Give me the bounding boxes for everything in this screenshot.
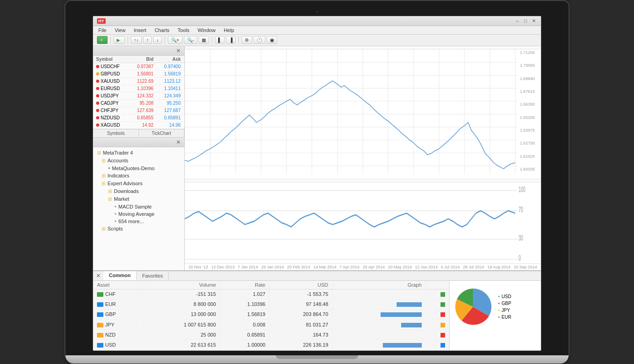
- nav-item-label: Indicators: [107, 173, 129, 178]
- chart-area: 1.71255 1.70065 1.68840 1.67615 1.66390 …: [185, 46, 541, 270]
- market-watch-close[interactable]: ✕: [176, 48, 181, 54]
- svg-text:1.70065: 1.70065: [520, 63, 535, 68]
- bid-cell: 95.208: [129, 99, 156, 107]
- maximize-button[interactable]: □: [522, 18, 529, 24]
- flag-icon: [97, 333, 103, 337]
- rate-cell: 1.10396: [220, 299, 269, 309]
- rate-cell: 1.027: [220, 289, 269, 299]
- nav-item-654-more...[interactable]: ●654 more...: [93, 218, 184, 225]
- nav-item-accounts[interactable]: ⊞Accounts: [93, 157, 184, 165]
- table-row: JPY 1 007 615 800 0.008 81 031.27: [93, 319, 449, 329]
- bottom-panel-close[interactable]: ✕: [93, 271, 103, 280]
- legend-gbp-label: GBP: [502, 301, 511, 306]
- toolbar-btn-settings[interactable]: ⚙: [242, 36, 252, 44]
- menu-file[interactable]: File: [97, 27, 108, 33]
- graph-bar: [381, 312, 422, 317]
- menu-insert[interactable]: Insert: [132, 27, 148, 33]
- menu-charts[interactable]: Charts: [153, 27, 171, 33]
- nav-item-metaquotes-demo[interactable]: ●MetaQuotes-Demo: [93, 165, 184, 172]
- long-positions-panel: • USD • GBP • JPY: [449, 281, 541, 350]
- menu-tools[interactable]: Tools: [176, 27, 191, 33]
- new-order-button[interactable]: +: [97, 36, 107, 44]
- nav-item-scripts[interactable]: ⊞Scripts: [93, 225, 184, 233]
- bid-cell: 127.639: [129, 107, 156, 114]
- col-ask: Ask: [156, 56, 184, 63]
- price-chart-svg: 1.71255 1.70065 1.68840 1.67615 1.66390 …: [185, 49, 541, 179]
- symbol-cell: NZDUSD: [93, 114, 129, 121]
- nav-item-expert-advisors[interactable]: ⊞Expert Advisors: [93, 180, 184, 187]
- nav-item-macd-sample[interactable]: ●MACD Sample: [93, 203, 184, 210]
- laptop-screen: HY – □ ✕ File View Insert Charts Tools: [93, 16, 541, 351]
- ask-cell: 0.65891: [156, 114, 184, 121]
- folder-icon: ⊞: [97, 150, 101, 156]
- navigator-close[interactable]: ✕: [176, 139, 181, 145]
- market-row-XAUUSD[interactable]: XAUUSD 1122.69 1123.12: [93, 77, 184, 85]
- bid-cell: 1.56801: [129, 70, 156, 77]
- nav-item-label: MetaQuotes-Demo: [112, 166, 155, 171]
- nav-item-moving-average[interactable]: ●Moving Average: [93, 210, 184, 218]
- usd-cell: 97 148.48: [269, 299, 332, 309]
- menu-view[interactable]: View: [113, 27, 127, 33]
- nav-item-label: Market: [114, 196, 129, 202]
- folder-icon: ⊞: [102, 226, 106, 232]
- zoom-out-button[interactable]: 🔍-: [184, 36, 197, 44]
- nav-item-market[interactable]: ⊞Market: [93, 195, 184, 203]
- menu-help[interactable]: Help: [222, 27, 236, 33]
- auto-trading-button[interactable]: ▶: [113, 36, 125, 44]
- toolbar-btn-1[interactable]: ↑↓: [131, 36, 142, 44]
- table-header-row: Asset Volume Rate USD Graph: [93, 281, 449, 289]
- svg-text:1.62750: 1.62750: [520, 141, 535, 145]
- zoom-in-button[interactable]: 🔍+: [168, 36, 183, 44]
- toolbar-btn-3[interactable]: ↓: [153, 36, 162, 44]
- market-tab-tick[interactable]: TickChart: [139, 129, 185, 137]
- toolbar-btn-candle[interactable]: ▐: [226, 36, 236, 44]
- ask-cell: 14.96: [156, 121, 184, 128]
- market-row-CADJPY[interactable]: CADJPY 95.208 95.250: [93, 99, 184, 107]
- col-symbol: Symbol: [93, 56, 129, 63]
- symbol-dot: [96, 80, 99, 83]
- market-row-USDJPY[interactable]: USDJPY 124.332 124.349: [93, 92, 184, 99]
- tab-common[interactable]: Common: [103, 271, 137, 280]
- svg-text:1.63975: 1.63975: [520, 128, 535, 133]
- chart-type-button[interactable]: ▦: [199, 36, 209, 44]
- nav-item-metatrader-4[interactable]: ⊞MetaTrader 4: [93, 149, 184, 157]
- main-window: HY – □ ✕ File View Insert Charts Tools: [93, 16, 541, 351]
- market-row-USDCHF[interactable]: USDCHF 0.97387 0.97400: [93, 63, 184, 70]
- svg-text:100: 100: [519, 185, 526, 193]
- market-watch-tabs: Symbols TickChart: [93, 129, 184, 137]
- market-row-XAGUSD[interactable]: XAGUSD 14.92 14.96: [93, 121, 184, 128]
- toolbar-btn-display[interactable]: ▣: [267, 36, 277, 44]
- main-price-chart[interactable]: 1.71255 1.70065 1.68840 1.67615 1.66390 …: [185, 49, 541, 179]
- status-indicator: [441, 292, 445, 297]
- minimize-button[interactable]: –: [514, 18, 521, 24]
- market-tab-symbols[interactable]: Symbols: [93, 129, 139, 137]
- market-watch-header: ✕: [93, 46, 184, 56]
- rsi-chart[interactable]: 100 70 30 0: [185, 182, 541, 263]
- nav-item-indicators[interactable]: ⊞Indicators: [93, 172, 184, 180]
- laptop-bezel: ● HY – □ ✕: [65, 1, 569, 355]
- menu-window[interactable]: Window: [196, 27, 217, 33]
- market-row-GBPUSD[interactable]: GBPUSD 1.56801 1.56819: [93, 70, 184, 77]
- asset-cell: EUR: [93, 299, 144, 309]
- market-row-NZDUSD[interactable]: NZDUSD 0.65855 0.65891: [93, 114, 184, 121]
- status-indicator: [441, 312, 445, 317]
- market-row-EURUSD[interactable]: EURUSD 1.10396 1.10411: [93, 85, 184, 92]
- circle-icon: ●: [114, 212, 117, 216]
- svg-text:1.71255: 1.71255: [520, 50, 535, 55]
- flag-icon: [97, 292, 103, 297]
- asset-cell: GBP: [93, 309, 144, 319]
- usd-cell: 226 136.19: [269, 340, 332, 350]
- navigator-panel: ✕ ⊞MetaTrader 4⊞Accounts●MetaQuotes-Demo…: [93, 138, 184, 270]
- svg-text:0: 0: [519, 254, 521, 262]
- navigator-header: ✕: [93, 138, 184, 147]
- menu-bar: File View Insert Charts Tools Window Hel…: [93, 26, 541, 35]
- usd-cell: -1 553.75: [269, 289, 332, 299]
- close-button[interactable]: ✕: [531, 18, 537, 24]
- toolbar-btn-bar[interactable]: ▌: [215, 36, 225, 44]
- toolbar-btn-clock[interactable]: 🕐: [253, 36, 265, 44]
- toolbar-btn-2[interactable]: ↑: [143, 36, 152, 44]
- nav-item-downloads[interactable]: ⊞Downloads: [93, 187, 184, 195]
- tab-favorites[interactable]: Favorites: [137, 272, 169, 280]
- market-row-CHFJPY[interactable]: CHFJPY 127.639 127.687: [93, 107, 184, 114]
- svg-text:1.66390: 1.66390: [520, 102, 535, 107]
